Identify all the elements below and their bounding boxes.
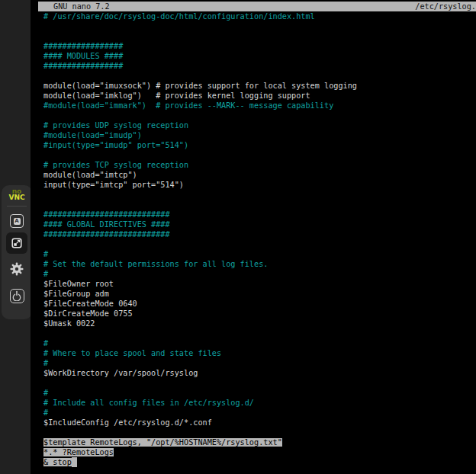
editor-line-text: # provides TCP syslog reception xyxy=(43,161,188,169)
terminal-screen[interactable]: GNU nano 7.2 /etc/rsyslog. # /usr/share/… xyxy=(31,0,476,474)
editor-line: module(load="imklog") # provides kernel … xyxy=(43,91,357,101)
editor-line-text: $template RemoteLogs, "/opt/%HOSTNAME%/r… xyxy=(43,438,282,447)
editor-line-text: # xyxy=(43,359,48,367)
editor-line xyxy=(43,239,357,249)
editor-line-text: module(load="imtcp") xyxy=(43,171,137,179)
gear-icon xyxy=(9,261,24,277)
editor-line: # xyxy=(43,249,357,259)
editor-line: ################# xyxy=(43,61,357,71)
screen: no VNC A xyxy=(0,0,476,474)
editor-line-text: module(load="imuxsock") # provides suppo… xyxy=(43,82,357,90)
editor-line-text: #### MODULES #### xyxy=(43,52,123,60)
editor-line: # Include all config files in /etc/rsysl… xyxy=(43,398,357,408)
editor-line-text: # xyxy=(43,339,48,347)
editor-line-text: $FileCreateMode 0640 xyxy=(43,299,137,308)
editor-line-text: $WorkDirectory /var/spool/rsyslog xyxy=(43,369,198,377)
editor-lines: # /usr/share/doc/rsyslog-doc/html/config… xyxy=(43,11,357,467)
editor-line-text: #module(load="immark") # provides --MARK… xyxy=(43,101,333,110)
editor-line: ################# xyxy=(43,41,357,51)
editor-line: # xyxy=(43,358,357,368)
panel-divider xyxy=(7,206,27,207)
editor-line-text: module(load="imklog") # provides kernel … xyxy=(43,91,310,100)
editor-line: $FileGroup adm xyxy=(43,289,357,299)
editor-line xyxy=(43,71,357,81)
nano-file-path: /etc/rsyslog. xyxy=(415,2,476,11)
nano-version: GNU nano 7.2 xyxy=(53,2,110,11)
editor-line-text: # Set the default permissions for all lo… xyxy=(43,260,268,268)
editor-line-text: ########################### xyxy=(43,210,170,219)
editor-line: # Set the default permissions for all lo… xyxy=(43,259,357,269)
editor-line-text: # xyxy=(43,250,48,258)
editor-line: $WorkDirectory /var/spool/rsyslog xyxy=(43,368,357,378)
fullscreen-button[interactable] xyxy=(6,232,27,254)
editor-line: # xyxy=(43,408,357,418)
editor-line: #module(load="immark") # provides --MARK… xyxy=(43,101,357,110)
editor-line: # Where to place spool and state files xyxy=(43,348,357,358)
editor-line-text: #input(type="imudp" port="514") xyxy=(43,141,188,149)
nano-titlebar: GNU nano 7.2 /etc/rsyslog. xyxy=(38,2,476,11)
novnc-logo: no VNC xyxy=(2,188,32,200)
editor-line-text: # /usr/share/doc/rsyslog-doc/html/config… xyxy=(43,12,315,21)
power-icon xyxy=(10,289,24,303)
editor-line: ########################### xyxy=(43,229,357,239)
editor-line: #### MODULES #### xyxy=(43,51,357,61)
editor-line xyxy=(43,150,357,160)
keyboard-button[interactable]: A xyxy=(8,213,25,229)
fullscreen-icon xyxy=(11,237,23,249)
editor-line: input(type="imtcp" port="514") xyxy=(43,180,357,190)
editor-line: & stop xyxy=(43,457,357,467)
editor-line: #### GLOBAL DIRECTIVES #### xyxy=(43,219,357,229)
editor-line-text: $Umask 0022 xyxy=(43,319,95,328)
vnc-control-panel: no VNC A xyxy=(2,185,32,319)
editor-line xyxy=(43,200,357,210)
editor-line: module(load="imuxsock") # provides suppo… xyxy=(43,81,357,91)
editor-line xyxy=(43,21,357,31)
editor-line: $Umask 0022 xyxy=(43,319,357,328)
editor-line-text: $DirCreateMode 0755 xyxy=(43,309,133,318)
editor-line: #input(type="imudp" port="514") xyxy=(43,140,357,150)
editor-line-text: # provides UDP syslog reception xyxy=(43,121,188,130)
editor-line xyxy=(43,31,357,41)
editor-line-text: #module(load="imudp") xyxy=(43,131,142,139)
editor-line: # xyxy=(43,338,357,348)
editor-line: # provides UDP syslog reception xyxy=(43,120,357,130)
editor-line-text: *.* ?RemoteLogs xyxy=(43,448,114,456)
editor-line xyxy=(43,110,357,120)
editor-line-text: $IncludeConfig /etc/rsyslog.d/*.conf xyxy=(43,418,212,427)
text-cursor xyxy=(72,457,77,467)
keyboard-key-icon: A xyxy=(10,214,24,228)
editor-line: # xyxy=(43,388,357,398)
editor-line: $DirCreateMode 0755 xyxy=(43,309,357,319)
editor-line-text: # xyxy=(43,270,48,278)
editor-line xyxy=(43,428,357,437)
editor-line-text: # Include all config files in /etc/rsysl… xyxy=(43,399,254,407)
editor-line-text: # xyxy=(43,389,48,397)
editor-line: # provides TCP syslog reception xyxy=(43,160,357,170)
editor-line: $IncludeConfig /etc/rsyslog.d/*.conf xyxy=(43,418,357,428)
settings-button[interactable] xyxy=(8,261,25,277)
editor-line: $FileOwner root xyxy=(43,279,357,289)
editor-line-text: $FileGroup adm xyxy=(43,290,109,298)
editor-line-text: ################# xyxy=(43,42,123,50)
power-button[interactable] xyxy=(8,287,25,304)
editor-line: *.* ?RemoteLogs xyxy=(43,447,357,457)
editor-line-text: ################# xyxy=(43,62,123,70)
editor-line: $FileCreateMode 0640 xyxy=(43,299,357,309)
novnc-logo-vnc: VNC xyxy=(2,194,32,200)
editor-line-text: input(type="imtcp" port="514") xyxy=(43,181,184,189)
editor-line: ########################### xyxy=(43,210,357,219)
editor-line-text: & stop xyxy=(43,458,72,466)
editor-line xyxy=(43,190,357,200)
keyboard-key-letter: A xyxy=(14,218,21,225)
editor-line-text: $FileOwner root xyxy=(43,280,114,288)
editor-line xyxy=(43,328,357,338)
editor-line-text: # xyxy=(43,408,48,417)
editor-line: # /usr/share/doc/rsyslog-doc/html/config… xyxy=(43,11,357,21)
editor-line: #module(load="imudp") xyxy=(43,130,357,140)
editor-line-text: #### GLOBAL DIRECTIVES #### xyxy=(43,220,170,229)
editor-line-text: # Where to place spool and state files xyxy=(43,349,221,357)
editor-line xyxy=(43,378,357,388)
editor-line: # xyxy=(43,269,357,279)
editor-line: $template RemoteLogs, "/opt/%HOSTNAME%/r… xyxy=(43,437,357,447)
editor-line-text: ########################### xyxy=(43,230,170,239)
